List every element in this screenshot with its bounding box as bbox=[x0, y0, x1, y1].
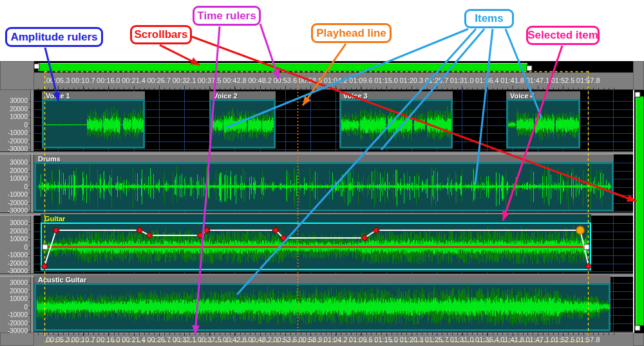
callout-selected-item: Selected item bbox=[526, 26, 600, 45]
callout-playhead-line: Playhead line bbox=[311, 23, 392, 43]
callout-amplitude-rulers: Amplitude rulers bbox=[5, 27, 103, 47]
item-title[interactable]: Drums bbox=[38, 155, 61, 163]
item-title[interactable]: Voice 4 bbox=[510, 92, 535, 100]
item-title[interactable]: Voice 3 bbox=[343, 92, 368, 100]
item-title[interactable]: Acustic Guitar bbox=[38, 276, 86, 284]
item-title[interactable]: Voice 1 bbox=[46, 92, 70, 100]
callout-time-rulers: Time rulers bbox=[193, 6, 261, 26]
callout-items: Items bbox=[464, 9, 514, 28]
callout-scrollbars: Scrollbars bbox=[130, 25, 192, 44]
selected-item-title[interactable]: Guitar bbox=[44, 215, 65, 223]
tracks-canvas[interactable] bbox=[0, 0, 644, 346]
item-title[interactable]: Voice 2 bbox=[213, 92, 238, 100]
